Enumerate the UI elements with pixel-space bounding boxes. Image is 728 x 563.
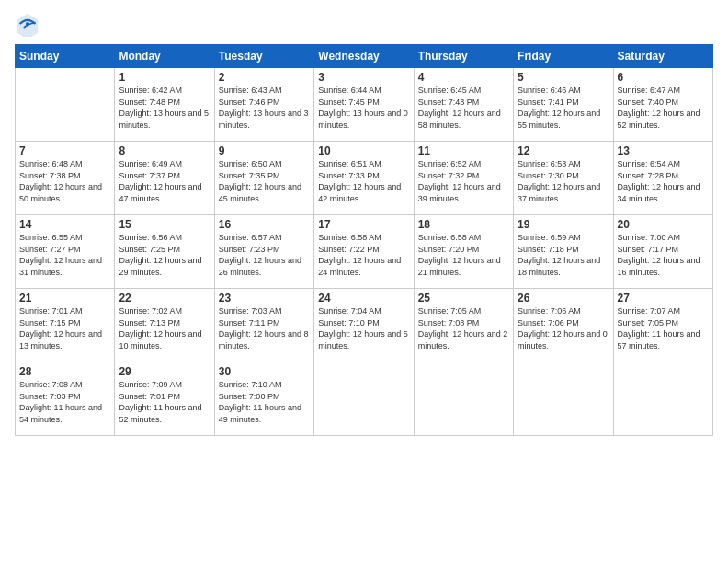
day-number: 25: [418, 292, 509, 304]
col-header-monday: Monday: [115, 45, 214, 68]
day-info: Sunrise: 7:06 AMSunset: 7:06 PMDaylight:…: [518, 305, 609, 351]
logo-icon: [15, 11, 40, 37]
day-info: Sunrise: 6:48 AMSunset: 7:38 PMDaylight:…: [19, 158, 110, 204]
col-header-saturday: Saturday: [613, 45, 712, 68]
day-cell: [314, 362, 414, 436]
day-cell: 27 Sunrise: 7:07 AMSunset: 7:05 PMDaylig…: [613, 289, 712, 362]
day-info: Sunrise: 6:47 AMSunset: 7:40 PMDaylight:…: [618, 85, 709, 131]
day-cell: 26 Sunrise: 7:06 AMSunset: 7:06 PMDaylig…: [514, 289, 613, 362]
day-info: Sunrise: 7:09 AMSunset: 7:01 PMDaylight:…: [119, 379, 210, 425]
day-number: 2: [219, 71, 310, 84]
day-cell: 30 Sunrise: 7:10 AMSunset: 7:00 PMDaylig…: [214, 362, 313, 436]
day-cell: 15 Sunrise: 6:56 AMSunset: 7:25 PMDaylig…: [115, 215, 214, 289]
day-number: 26: [518, 292, 609, 304]
day-cell: [613, 362, 712, 436]
day-cell: 4 Sunrise: 6:45 AMSunset: 7:43 PMDayligh…: [414, 68, 513, 142]
day-number: 13: [618, 144, 709, 157]
day-info: Sunrise: 7:08 AMSunset: 7:03 PMDaylight:…: [19, 379, 110, 425]
day-cell: 22 Sunrise: 7:02 AMSunset: 7:13 PMDaylig…: [115, 289, 214, 362]
day-info: Sunrise: 6:55 AMSunset: 7:27 PMDaylight:…: [19, 232, 110, 278]
day-cell: 8 Sunrise: 6:49 AMSunset: 7:37 PMDayligh…: [115, 142, 214, 215]
day-info: Sunrise: 7:10 AMSunset: 7:00 PMDaylight:…: [219, 379, 310, 425]
day-info: Sunrise: 6:58 AMSunset: 7:20 PMDaylight:…: [418, 232, 509, 278]
day-cell: 10 Sunrise: 6:51 AMSunset: 7:33 PMDaylig…: [314, 142, 414, 215]
day-cell: 17 Sunrise: 6:58 AMSunset: 7:22 PMDaylig…: [314, 215, 414, 289]
day-number: 22: [119, 292, 210, 304]
day-cell: 23 Sunrise: 7:03 AMSunset: 7:11 PMDaylig…: [214, 289, 313, 362]
day-cell: 13 Sunrise: 6:54 AMSunset: 7:28 PMDaylig…: [613, 142, 712, 215]
day-info: Sunrise: 6:59 AMSunset: 7:18 PMDaylight:…: [518, 232, 609, 278]
day-cell: 6 Sunrise: 6:47 AMSunset: 7:40 PMDayligh…: [613, 68, 712, 142]
day-info: Sunrise: 6:51 AMSunset: 7:33 PMDaylight:…: [318, 158, 409, 204]
day-number: 17: [318, 218, 409, 231]
day-info: Sunrise: 7:05 AMSunset: 7:08 PMDaylight:…: [418, 305, 509, 351]
week-row-3: 14 Sunrise: 6:55 AMSunset: 7:27 PMDaylig…: [16, 215, 713, 289]
day-cell: 3 Sunrise: 6:44 AMSunset: 7:45 PMDayligh…: [314, 68, 414, 142]
day-info: Sunrise: 7:03 AMSunset: 7:11 PMDaylight:…: [219, 305, 310, 351]
day-info: Sunrise: 7:02 AMSunset: 7:13 PMDaylight:…: [119, 305, 210, 351]
day-info: Sunrise: 6:43 AMSunset: 7:46 PMDaylight:…: [219, 85, 310, 131]
week-row-4: 21 Sunrise: 7:01 AMSunset: 7:15 PMDaylig…: [16, 289, 713, 362]
day-cell: 18 Sunrise: 6:58 AMSunset: 7:20 PMDaylig…: [414, 215, 513, 289]
day-info: Sunrise: 6:42 AMSunset: 7:48 PMDaylight:…: [119, 85, 210, 131]
day-number: 7: [19, 144, 110, 157]
day-number: 21: [19, 292, 110, 304]
day-cell: 7 Sunrise: 6:48 AMSunset: 7:38 PMDayligh…: [16, 142, 115, 215]
day-number: 8: [119, 144, 210, 157]
day-cell: 11 Sunrise: 6:52 AMSunset: 7:32 PMDaylig…: [414, 142, 513, 215]
day-number: 28: [19, 365, 110, 378]
day-info: Sunrise: 6:52 AMSunset: 7:32 PMDaylight:…: [418, 158, 509, 204]
week-row-2: 7 Sunrise: 6:48 AMSunset: 7:38 PMDayligh…: [16, 142, 713, 215]
day-number: 12: [518, 144, 609, 157]
col-header-thursday: Thursday: [414, 45, 513, 68]
day-number: 5: [518, 71, 609, 84]
day-cell: [514, 362, 613, 436]
day-number: 1: [119, 71, 210, 84]
day-cell: [414, 362, 513, 436]
day-info: Sunrise: 7:04 AMSunset: 7:10 PMDaylight:…: [318, 305, 409, 351]
day-info: Sunrise: 6:58 AMSunset: 7:22 PMDaylight:…: [318, 232, 409, 278]
col-header-wednesday: Wednesday: [314, 45, 414, 68]
col-header-tuesday: Tuesday: [214, 45, 313, 68]
day-number: 18: [418, 218, 509, 231]
day-number: 23: [219, 292, 310, 304]
day-info: Sunrise: 7:07 AMSunset: 7:05 PMDaylight:…: [618, 305, 709, 351]
header: [15, 11, 713, 37]
day-cell: 14 Sunrise: 6:55 AMSunset: 7:27 PMDaylig…: [16, 215, 115, 289]
day-number: 27: [618, 292, 709, 304]
day-info: Sunrise: 6:46 AMSunset: 7:41 PMDaylight:…: [518, 85, 609, 131]
day-info: Sunrise: 6:45 AMSunset: 7:43 PMDaylight:…: [418, 85, 509, 131]
day-cell: 1 Sunrise: 6:42 AMSunset: 7:48 PMDayligh…: [115, 68, 214, 142]
day-cell: 25 Sunrise: 7:05 AMSunset: 7:08 PMDaylig…: [414, 289, 513, 362]
day-cell: 19 Sunrise: 6:59 AMSunset: 7:18 PMDaylig…: [514, 215, 613, 289]
day-info: Sunrise: 7:00 AMSunset: 7:17 PMDaylight:…: [618, 232, 709, 278]
day-cell: 28 Sunrise: 7:08 AMSunset: 7:03 PMDaylig…: [16, 362, 115, 436]
day-number: 3: [318, 71, 409, 84]
day-number: 20: [618, 218, 709, 231]
day-info: Sunrise: 6:54 AMSunset: 7:28 PMDaylight:…: [618, 158, 709, 204]
day-info: Sunrise: 6:56 AMSunset: 7:25 PMDaylight:…: [119, 232, 210, 278]
day-info: Sunrise: 6:50 AMSunset: 7:35 PMDaylight:…: [219, 158, 310, 204]
day-cell: 2 Sunrise: 6:43 AMSunset: 7:46 PMDayligh…: [214, 68, 313, 142]
day-number: 11: [418, 144, 509, 157]
col-header-sunday: Sunday: [16, 45, 115, 68]
page: SundayMondayTuesdayWednesdayThursdayFrid…: [0, 0, 728, 563]
day-info: Sunrise: 7:01 AMSunset: 7:15 PMDaylight:…: [19, 305, 110, 351]
day-number: 9: [219, 144, 310, 157]
day-number: 6: [618, 71, 709, 84]
day-cell: 20 Sunrise: 7:00 AMSunset: 7:17 PMDaylig…: [613, 215, 712, 289]
day-cell: [16, 68, 115, 142]
day-cell: 21 Sunrise: 7:01 AMSunset: 7:15 PMDaylig…: [16, 289, 115, 362]
day-info: Sunrise: 6:53 AMSunset: 7:30 PMDaylight:…: [518, 158, 609, 204]
day-info: Sunrise: 6:57 AMSunset: 7:23 PMDaylight:…: [219, 232, 310, 278]
calendar-header-row: SundayMondayTuesdayWednesdayThursdayFrid…: [16, 45, 713, 68]
day-number: 16: [219, 218, 310, 231]
day-number: 4: [418, 71, 509, 84]
day-number: 30: [219, 365, 310, 378]
day-cell: 5 Sunrise: 6:46 AMSunset: 7:41 PMDayligh…: [514, 68, 613, 142]
col-header-friday: Friday: [514, 45, 613, 68]
day-number: 10: [318, 144, 409, 157]
calendar: SundayMondayTuesdayWednesdayThursdayFrid…: [15, 44, 713, 436]
logo: [15, 11, 44, 37]
day-info: Sunrise: 6:44 AMSunset: 7:45 PMDaylight:…: [318, 85, 409, 131]
